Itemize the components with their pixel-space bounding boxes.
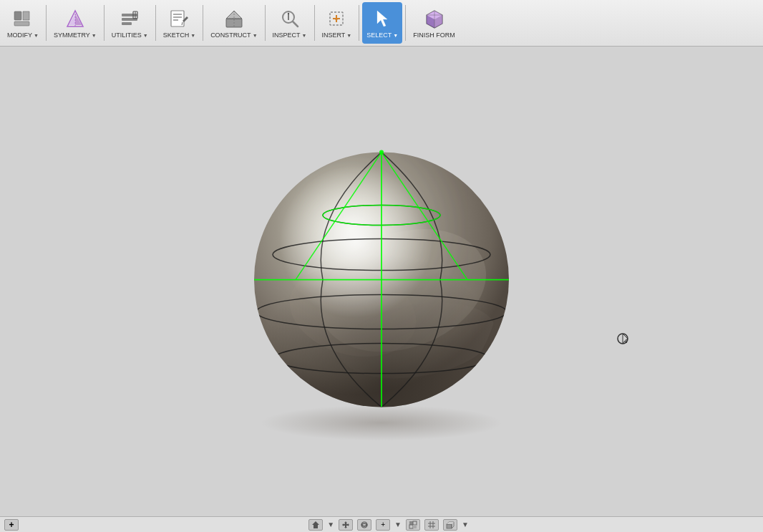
toolbar-construct[interactable]: CONSTRUCT ▼ — [206, 2, 261, 44]
svg-marker-6 — [75, 14, 82, 25]
select-label: SELECT ▼ — [366, 32, 398, 39]
svg-rect-58 — [413, 521, 417, 525]
inspect-label: INSPECT ▼ — [273, 32, 307, 39]
toolbar-sketch[interactable]: SKETCH ▼ — [159, 2, 200, 44]
svg-rect-65 — [447, 524, 452, 528]
svg-rect-57 — [409, 521, 413, 525]
insert-label: INSERT ▼ — [322, 32, 352, 39]
svg-line-22 — [293, 21, 298, 26]
orbit-btn[interactable] — [357, 519, 371, 531]
viewcube-btn[interactable] — [443, 519, 457, 531]
symmetry-label: SYMMETRY ▼ — [54, 32, 97, 39]
svg-rect-0 — [14, 11, 21, 20]
construct-label: CONSTRUCT ▼ — [210, 32, 257, 39]
toolbar-inspect[interactable]: INSPECT ▼ — [268, 2, 311, 44]
statusbar-add-btn[interactable]: + — [4, 519, 19, 531]
divider-7 — [359, 5, 359, 41]
toolbar-finish-form[interactable]: FINISH FORM — [409, 2, 460, 44]
inspect-icon — [278, 7, 301, 30]
statusbar-left: + — [4, 519, 19, 531]
svg-point-52 — [379, 150, 384, 155]
toolbar: MODIFY ▼ SYMMETRY ▼ — [0, 0, 763, 47]
divider-6 — [314, 5, 315, 41]
svg-rect-2 — [14, 21, 29, 26]
statusbar-center: ▼ + ▼ — [308, 519, 469, 531]
svg-marker-5 — [69, 14, 75, 25]
svg-marker-28 — [334, 18, 339, 21]
finish-form-icon — [423, 7, 446, 30]
svg-rect-9 — [122, 22, 132, 25]
sketch-label: SKETCH ▼ — [163, 32, 195, 39]
utilities-label: UTILITIES ▼ — [112, 32, 148, 39]
finish-form-label: FINISH FORM — [413, 32, 455, 39]
divider-5 — [265, 5, 266, 41]
svg-point-24 — [287, 13, 288, 14]
svg-rect-60 — [413, 525, 417, 528]
divider-4 — [203, 5, 203, 41]
toolbar-utilities[interactable]: UTILITIES ▼ — [107, 2, 152, 44]
toolbar-select[interactable]: SELECT ▼ — [362, 2, 402, 44]
nav-separator: ▼ — [327, 521, 334, 528]
nav-home-btn[interactable] — [308, 519, 323, 531]
divider-2 — [104, 5, 105, 41]
modify-label: MODIFY ▼ — [7, 32, 39, 39]
statusbar: + ▼ + ▼ — [0, 516, 763, 532]
select-icon — [371, 7, 394, 30]
svg-point-56 — [361, 522, 367, 528]
divider-8 — [405, 5, 406, 41]
divider-3 — [155, 5, 156, 41]
pan-btn[interactable] — [339, 519, 353, 531]
sphere-object — [238, 133, 525, 434]
svg-marker-29 — [377, 11, 387, 26]
toolbar-insert[interactable]: INSERT ▼ — [318, 2, 356, 44]
utilities-icon — [118, 7, 141, 30]
grid-btn[interactable] — [424, 519, 439, 531]
modify-icon — [11, 7, 34, 30]
sketch-icon — [167, 7, 190, 30]
cursor-indicator — [616, 332, 630, 346]
zoom-in-btn[interactable]: + — [376, 519, 390, 531]
construct-icon — [223, 7, 246, 30]
svg-marker-1 — [23, 11, 29, 20]
insert-icon — [325, 7, 348, 30]
toolbar-symmetry[interactable]: SYMMETRY ▼ — [49, 2, 101, 44]
svg-marker-55 — [312, 521, 319, 528]
symmetry-icon — [64, 7, 87, 30]
zoom-separator: ▼ — [394, 521, 402, 528]
svg-rect-59 — [409, 525, 413, 528]
svg-marker-67 — [447, 522, 454, 524]
viewport[interactable] — [0, 47, 763, 532]
toolbar-modify[interactable]: MODIFY ▼ — [3, 2, 43, 44]
sphere-svg — [238, 133, 525, 434]
divider-1 — [46, 5, 47, 41]
display-mode-btn[interactable] — [406, 519, 420, 531]
viewcube-separator: ▼ — [462, 521, 469, 528]
